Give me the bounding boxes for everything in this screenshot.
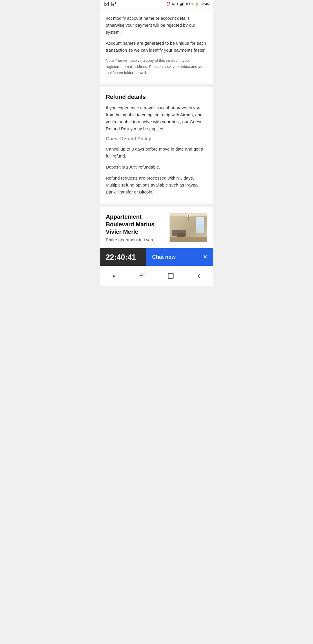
image-icon [104, 1, 109, 7]
account-info-para-1: not modify account name or account detai… [106, 15, 207, 36]
bottom-bar: 22:40:41 Chat now ✕ [100, 248, 213, 266]
refund-point-1: Cancel up to 3 days before move in date … [106, 146, 207, 160]
property-image [170, 213, 207, 242]
account-info-note: Note: You will receive a copy of this in… [106, 58, 207, 76]
status-right: ⏰ 4G+ 83% 🔋 13:46 [166, 2, 209, 6]
property-card[interactable]: Appartement Boulevard Marius Vivier Merl… [100, 207, 213, 248]
time-display: 13:46 [200, 2, 209, 6]
svg-rect-12 [168, 274, 173, 278]
svg-point-9 [113, 275, 115, 277]
nav-bar [100, 266, 213, 286]
nav-tabs-button[interactable] [164, 269, 177, 282]
nav-menu-button[interactable] [136, 269, 149, 282]
signal-text: 4G+ [172, 2, 179, 6]
property-subtitle: Entire apartment in Lyon [106, 237, 165, 242]
refund-description: If you experience a travel issue that pr… [106, 104, 207, 132]
svg-rect-6 [181, 3, 182, 6]
property-info: Appartement Boulevard Marius Vivier Merl… [106, 213, 165, 242]
timer-display: 22:40:41 [106, 253, 136, 262]
refund-details-section: Refund details If you experience a trave… [100, 87, 213, 204]
battery-icon: 🔋 [194, 2, 199, 6]
timer-block: 22:40:41 [100, 248, 146, 266]
alarm-icon: ⏰ [166, 2, 170, 6]
svg-point-1 [105, 3, 106, 3]
account-info-para-2: Account names are generated to be unique… [106, 40, 207, 54]
status-bar: ⏰ 4G+ 83% 🔋 13:46 [100, 0, 213, 8]
battery-text: 83% [186, 2, 193, 6]
refund-point-3: Refund requests are processed within 3 d… [106, 175, 207, 196]
guest-refund-policy-link[interactable]: Guest Refund Policy [106, 136, 207, 142]
svg-rect-2 [112, 2, 114, 4]
svg-rect-3 [114, 2, 116, 4]
apartment-illustration [170, 213, 207, 242]
signal-bars [180, 2, 185, 6]
chat-close-icon[interactable]: ✕ [203, 254, 207, 260]
status-left-icons [104, 1, 116, 7]
notification-icon [111, 1, 116, 7]
chat-now-label: Chat now [152, 254, 176, 260]
svg-rect-8 [183, 2, 184, 6]
property-title: Appartement Boulevard Marius Vivier Merl… [106, 213, 165, 236]
svg-rect-5 [180, 4, 181, 6]
refund-details-title: Refund details [106, 94, 207, 100]
chat-now-button[interactable]: Chat now ✕ [146, 248, 213, 266]
svg-rect-4 [112, 4, 113, 6]
nav-back-button[interactable] [192, 269, 205, 282]
account-info-section: not modify account name or account detai… [100, 8, 213, 84]
refund-point-2: Deposit is 100% refundable. [106, 164, 207, 171]
svg-rect-7 [182, 3, 183, 6]
nav-home-button[interactable] [108, 269, 121, 282]
